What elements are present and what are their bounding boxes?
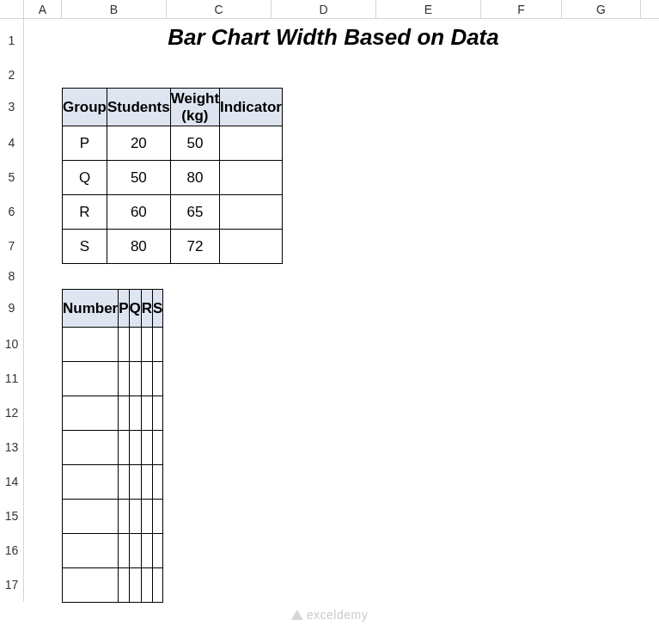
t2-cell[interactable] xyxy=(63,396,119,431)
t1-cell[interactable] xyxy=(220,126,283,161)
t2-cell[interactable] xyxy=(153,568,163,603)
t2-cell[interactable] xyxy=(129,431,141,465)
t1-cell[interactable] xyxy=(220,195,283,230)
t2-cell[interactable] xyxy=(129,328,141,362)
t2-cell[interactable] xyxy=(141,396,152,431)
t2-cell[interactable] xyxy=(63,534,119,568)
t2-cell[interactable] xyxy=(129,396,141,431)
col-header-D[interactable]: D xyxy=(272,0,376,18)
row-header-6[interactable]: 6 xyxy=(0,194,24,229)
t1-cell[interactable]: 72 xyxy=(170,230,219,264)
t2-cell[interactable] xyxy=(119,328,129,362)
row-header-12[interactable]: 12 xyxy=(0,396,24,430)
t1-cell[interactable]: 20 xyxy=(107,126,171,161)
t2-cell[interactable] xyxy=(141,465,152,500)
t1-cell[interactable] xyxy=(220,230,283,264)
t2-header[interactable]: S xyxy=(153,290,163,328)
t1-cell[interactable]: 50 xyxy=(170,126,219,161)
t2-cell[interactable] xyxy=(119,465,129,500)
row-header-2[interactable]: 2 xyxy=(0,62,24,88)
t2-header[interactable]: R xyxy=(141,290,152,328)
t2-cell[interactable] xyxy=(129,465,141,500)
row-header-5[interactable]: 5 xyxy=(0,160,24,194)
t1-cell[interactable]: 80 xyxy=(107,230,171,264)
t1-cell[interactable]: 65 xyxy=(170,195,219,230)
t2-cell[interactable] xyxy=(129,500,141,534)
t1-header[interactable]: Indicator xyxy=(220,89,283,126)
t2-cell[interactable] xyxy=(63,500,119,534)
row-header-3[interactable]: 3 xyxy=(0,88,24,126)
row-headers: 1234567891011121314151617 xyxy=(0,19,24,602)
t2-cell[interactable] xyxy=(153,431,163,465)
t2-cell[interactable] xyxy=(141,362,152,396)
watermark-text: exceldemy xyxy=(307,608,368,622)
t2-cell[interactable] xyxy=(119,396,129,431)
row-header-14[interactable]: 14 xyxy=(0,464,24,499)
column-headers: A B C D E F G xyxy=(0,0,659,19)
row-header-8[interactable]: 8 xyxy=(0,263,24,289)
t2-cell[interactable] xyxy=(129,362,141,396)
t2-cell[interactable] xyxy=(141,568,152,603)
t2-cell[interactable] xyxy=(153,362,163,396)
row-header-4[interactable]: 4 xyxy=(0,126,24,160)
select-all-corner[interactable] xyxy=(0,0,24,18)
row-header-10[interactable]: 10 xyxy=(0,327,24,361)
t2-cell[interactable] xyxy=(129,534,141,568)
t2-cell[interactable] xyxy=(141,431,152,465)
t1-cell[interactable] xyxy=(220,161,283,195)
t2-cell[interactable] xyxy=(119,534,129,568)
t1-cell[interactable]: P xyxy=(63,126,107,161)
t2-cell[interactable] xyxy=(141,534,152,568)
t2-header[interactable]: Number xyxy=(63,290,119,328)
t2-cell[interactable] xyxy=(153,500,163,534)
col-header-A[interactable]: A xyxy=(24,0,62,18)
row-header-9[interactable]: 9 xyxy=(0,289,24,327)
t2-cell[interactable] xyxy=(119,431,129,465)
t1-cell[interactable]: 80 xyxy=(170,161,219,195)
t2-cell[interactable] xyxy=(63,362,119,396)
watermark: exceldemy xyxy=(291,608,368,622)
spreadsheet: A B C D E F G 1234567891011121314151617 … xyxy=(0,0,659,644)
row-header-13[interactable]: 13 xyxy=(0,430,24,464)
col-header-B[interactable]: B xyxy=(62,0,167,18)
row-header-7[interactable]: 7 xyxy=(0,229,24,263)
t1-cell[interactable]: R xyxy=(63,195,107,230)
t1-cell[interactable]: 50 xyxy=(107,161,171,195)
t2-header[interactable]: Q xyxy=(129,290,141,328)
watermark-icon xyxy=(291,610,303,620)
t2-cell[interactable] xyxy=(141,328,152,362)
t2-cell[interactable] xyxy=(153,396,163,431)
t2-cell[interactable] xyxy=(141,500,152,534)
t1-cell[interactable]: 60 xyxy=(107,195,171,230)
t1-header[interactable]: Students xyxy=(107,89,171,126)
data-table-1: GroupStudentsWeight (kg)IndicatorP2050Q5… xyxy=(62,88,283,264)
t1-header[interactable]: Group xyxy=(63,89,107,126)
col-header-E[interactable]: E xyxy=(376,0,481,18)
t2-cell[interactable] xyxy=(63,328,119,362)
t2-cell[interactable] xyxy=(63,431,119,465)
t2-cell[interactable] xyxy=(153,328,163,362)
col-header-C[interactable]: C xyxy=(167,0,272,18)
t1-header[interactable]: Weight (kg) xyxy=(170,89,219,126)
data-table-2: NumberPQRS xyxy=(62,289,163,603)
row-header-1[interactable]: 1 xyxy=(0,19,24,62)
t2-cell[interactable] xyxy=(63,568,119,603)
t1-cell[interactable]: S xyxy=(63,230,107,264)
row-header-15[interactable]: 15 xyxy=(0,499,24,533)
t2-cell[interactable] xyxy=(119,362,129,396)
t2-cell[interactable] xyxy=(119,500,129,534)
row-header-17[interactable]: 17 xyxy=(0,567,24,602)
row-header-11[interactable]: 11 xyxy=(0,361,24,396)
row-header-16[interactable]: 16 xyxy=(0,533,24,567)
t2-cell[interactable] xyxy=(153,465,163,500)
t2-header[interactable]: P xyxy=(119,290,129,328)
page-title: Bar Chart Width Based on Data xyxy=(33,24,634,51)
t1-cell[interactable]: Q xyxy=(63,161,107,195)
t2-cell[interactable] xyxy=(153,534,163,568)
t2-cell[interactable] xyxy=(63,465,119,500)
t2-cell[interactable] xyxy=(129,568,141,603)
t2-cell[interactable] xyxy=(119,568,129,603)
col-header-G[interactable]: G xyxy=(562,0,641,18)
col-header-F[interactable]: F xyxy=(481,0,562,18)
